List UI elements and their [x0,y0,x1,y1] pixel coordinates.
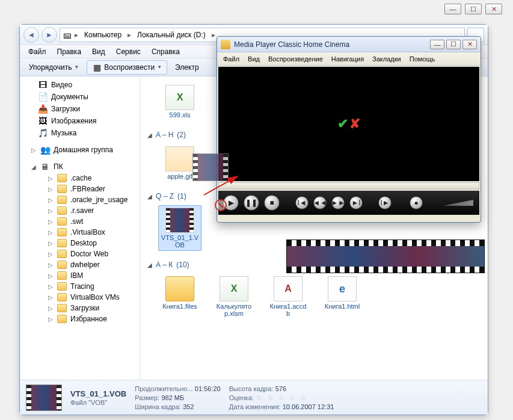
next-button[interactable]: ►I [349,196,363,209]
expand-icon[interactable]: ▷ [48,316,54,323]
file-item[interactable]: Книга1.accdb [266,274,310,320]
maximize-button[interactable]: ☐ [465,4,482,14]
volume-slider[interactable] [443,200,473,206]
breadcrumb-drive[interactable]: Локальный диск (D:) [134,28,209,42]
file-item[interactable]: Книга1.html [321,274,364,320]
mute-button[interactable]: ● [410,196,423,209]
organize-button[interactable]: Упорядочить▼ [23,61,84,74]
sidebar-folder[interactable]: ▷.swt [20,216,140,227]
folder-icon [57,250,67,258]
expand-icon[interactable]: ▷ [48,208,54,214]
chevron-right-icon: ▸ [210,31,217,39]
mpc-seekbar[interactable] [218,182,479,190]
forward-button[interactable]: ► [41,27,57,43]
sidebar-item-videos[interactable]: 🎞Видео [20,79,140,91]
navigation-pane[interactable]: 🎞Видео 📄Документы 📥Загрузки 🖼Изображения… [20,76,140,380]
group-header[interactable]: ◢А – К(10) [147,261,481,269]
minimize-button[interactable]: — [444,4,461,14]
sidebar-item-pictures[interactable]: 🖼Изображения [20,115,140,127]
document-icon: 📄 [38,92,48,102]
expand-icon[interactable]: ▷ [48,197,54,203]
sidebar-folder[interactable]: ▷Избранное [20,313,140,324]
back-button[interactable]: ◄ [23,27,39,43]
menu-file[interactable]: Файл [23,46,51,57]
expand-icon[interactable]: ▷ [31,147,37,153]
mpc-menu-help[interactable]: Помощь [406,54,439,64]
mpc-menu-view[interactable]: Вид [244,54,263,64]
img-icon [165,146,194,171]
mpc-video-area[interactable]: ✔ ✘ [218,67,479,181]
file-item[interactable]: 599.xls [158,82,201,121]
outer-window-buttons: — ☐ ✕ [444,4,502,14]
play-button[interactable]: ▦Воспроизвести▼ [87,60,167,75]
expand-icon[interactable]: ▷ [48,218,54,225]
mpc-menu-playback[interactable]: Воспроизведение [265,54,327,64]
group-label: A – H [156,131,173,139]
chevron-down-icon: ▼ [157,64,162,70]
maximize-button[interactable]: ☐ [446,40,461,49]
menu-tools[interactable]: Сервис [111,46,146,57]
expand-icon[interactable]: ▷ [48,175,54,182]
expand-icon[interactable]: ▷ [48,305,54,312]
mpc-menu-navigation[interactable]: Навигация [328,54,367,64]
detail-value: 01:56:20 [195,385,221,392]
mpc-menu-file[interactable]: Файл [220,54,243,64]
sidebar-folder[interactable]: ▷IBM [20,270,140,281]
expand-icon[interactable]: ▷ [48,273,54,279]
email-button[interactable]: Электр [170,61,204,74]
sidebar-folder[interactable]: ▷VirtualBox VMs [20,292,140,303]
mpc-menubar: Файл Вид Воспроизведение Навигация Закла… [217,52,481,66]
expand-icon[interactable]: ▷ [48,251,54,258]
step-button[interactable]: I► [378,196,392,209]
sidebar-folder[interactable]: ▷dwhelper [20,259,140,270]
menu-help[interactable]: Справка [147,46,185,57]
sidebar-folder[interactable]: ▷.oracle_jre_usage [20,194,140,205]
file-label: 599.xls [170,111,191,119]
pause-button[interactable]: ❚❚ [244,195,259,211]
stop-button[interactable]: ■ [264,195,280,211]
expand-icon[interactable]: ▷ [48,262,54,268]
minimize-button[interactable]: — [430,40,444,49]
sidebar-folder[interactable]: ▷Doctor Web [20,249,140,259]
sidebar-item-music[interactable]: 🎵Музыка [20,127,140,139]
forward-button[interactable]: ►► [331,196,345,209]
sidebar-item-downloads[interactable]: 📥Загрузки [20,103,140,115]
close-button[interactable]: ✕ [485,4,502,14]
file-label: Книга1.html [325,303,360,310]
sidebar-folder[interactable]: ▷Desktop [20,238,140,249]
sidebar-item-label: VirtualBox VMs [70,293,120,301]
file-item[interactable]: Калькулятор.xlsm [212,274,256,320]
sidebar-folder[interactable]: ▷Загрузки [20,303,140,313]
rewind-button[interactable]: ◄◄ [313,196,327,209]
mpc-titlebar[interactable]: Media Player Classic Home Cinema — ☐ ✕ [217,37,481,52]
menu-view[interactable]: Вид [87,46,110,57]
collapse-icon: ◢ [147,132,152,138]
sidebar-item-pc[interactable]: ◢🖥ПК [20,161,140,173]
expand-icon[interactable]: ▷ [48,294,54,301]
detail-label: Дата изменения: [229,403,281,410]
file-item[interactable]: apple.gif [158,144,201,182]
close-button[interactable]: ✕ [462,40,477,49]
mpc-menu-bookmarks[interactable]: Закладки [369,54,405,64]
group-label: Q – Z [156,192,174,200]
file-item[interactable]: Книга1.files [158,274,201,320]
expand-icon[interactable]: ▷ [48,186,54,193]
sidebar-item-documents[interactable]: 📄Документы [20,91,140,103]
file-item[interactable]: VTS_01_1.VOB [158,205,201,251]
sidebar-folder[interactable]: ▷.VirtualBox [20,227,140,238]
sidebar-folder[interactable]: ▷.cache [20,173,140,184]
prev-button[interactable]: I◄ [295,196,309,209]
expand-icon[interactable]: ▷ [48,229,54,236]
expand-icon[interactable]: ▷ [48,240,54,247]
sidebar-item-label: ПК [54,162,63,171]
sidebar-folder[interactable]: ▷Tracing [20,281,140,292]
sidebar-item-homegroup[interactable]: ▷👥Домашняя группа [20,144,140,156]
breadcrumb-computer[interactable]: Компьютер [81,28,125,42]
menu-edit[interactable]: Правка [52,46,87,57]
sidebar-folder[interactable]: ▷.r.saver [20,205,140,216]
collapse-icon[interactable]: ◢ [31,164,37,170]
sidebar-folder[interactable]: ▷.FBReader [20,184,140,194]
rating-stars[interactable]: ☆ ☆ ☆ ☆ ☆ [256,394,307,402]
sidebar-item-label: .r.saver [70,206,94,215]
expand-icon[interactable]: ▷ [48,283,54,290]
